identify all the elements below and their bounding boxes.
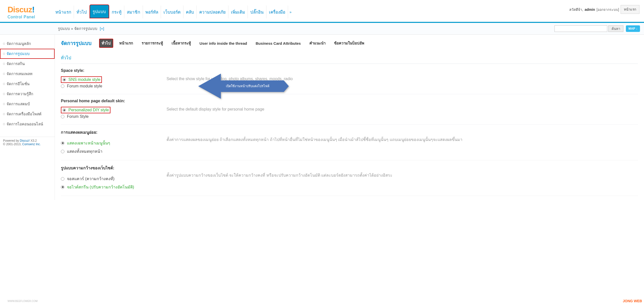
top-header: Discuz! Control Panel หน้าแรกทั่วไปรูปแบ… xyxy=(0,0,644,23)
radio-label: จอไวด์สกรีน (ปรับความกว้างอัตโนมัติ) xyxy=(67,184,134,190)
radio-option-2-0[interactable]: แสดงเฉพาะหน้าเมนูนั้นๆ xyxy=(61,139,167,147)
setting-description: Select the default display style for per… xyxy=(167,99,638,120)
radio-icon[interactable] xyxy=(61,84,64,88)
setting-label: Space style: xyxy=(61,68,167,73)
logo: Discuz! Control Panel xyxy=(3,3,53,22)
radio-option-0-1[interactable]: Forum module style xyxy=(61,83,167,89)
sidebar-item-2[interactable]: จัดการสกิน xyxy=(0,59,55,69)
radio-icon[interactable] xyxy=(62,108,66,112)
topnav-item-7[interactable]: คลับ xyxy=(183,6,197,18)
topnav-more-icon[interactable]: » xyxy=(288,7,293,17)
setting-block-0: Space style:SNS module styleForum module… xyxy=(61,64,638,94)
setting-label: รูปแบบความกว้างของเว็บไซต์: xyxy=(61,165,167,171)
radio-icon[interactable] xyxy=(61,177,64,181)
setting-block-3: รูปแบบความกว้างของเว็บไซต์:จอสแควร์ (ควา… xyxy=(61,160,638,196)
topnav-item-6[interactable]: เว็บบอร์ด xyxy=(161,6,183,18)
radio-label: Forum Style xyxy=(67,114,89,119)
setting-label: การแสดงผลเมนูย่อย: xyxy=(61,129,167,135)
radio-label: จอสแควร์ (ความกว้างคงที่) xyxy=(67,176,114,182)
topnav-item-11[interactable]: เครื่องมือ xyxy=(266,6,288,18)
sidebar-item-8[interactable]: จัดการไอคอนออนไลน์ xyxy=(0,119,55,129)
radio-icon[interactable] xyxy=(62,78,66,81)
setting-label: Personal home page default skin: xyxy=(61,99,167,103)
search-input[interactable] xyxy=(554,25,607,32)
search-button[interactable]: ค้นหา xyxy=(608,25,623,32)
user-area: สวัสดีจ้า, admin [ออกจากระบบ] หน้าแรก xyxy=(567,3,641,14)
logo-text: Discuz! xyxy=(8,5,53,14)
setting-description: ตั้งค่ารูปแบบความกว้างของเว็บไซต์ จะให้ค… xyxy=(167,165,638,191)
sidebar-item-7[interactable]: จัดการเครื่องมือโพสต์ xyxy=(0,109,55,119)
sidebar-item-5[interactable]: จัดการความรู้สึก xyxy=(0,89,55,99)
sidebar-item-0[interactable]: จัดการเมนูหลัก xyxy=(0,39,55,49)
radio-option-2-1[interactable]: แสดงทั้งหมดทุกหน้า xyxy=(61,147,167,156)
radio-icon[interactable] xyxy=(61,115,64,118)
radio-label: Forum module style xyxy=(67,84,102,88)
radio-label: แสดงทั้งหมดทุกหน้า xyxy=(67,148,102,155)
topnav-item-9[interactable]: เพิ่มเติม xyxy=(228,6,248,18)
radio-option-3-0[interactable]: จอสแควร์ (ความกว้างคงที่) xyxy=(61,175,167,183)
map-button[interactable]: MAP ↓ xyxy=(626,25,640,32)
username: admin xyxy=(585,8,595,12)
tab-4[interactable]: User info inside the thread xyxy=(197,40,250,47)
tab-bar: จัดการรูปแบบ ทั่วไปหน้าแรกรายการกระทู้เน… xyxy=(61,39,638,48)
frontpage-button[interactable]: หน้าแรก xyxy=(621,5,639,14)
page-title: จัดการรูปแบบ xyxy=(61,39,92,47)
sidebar-item-1[interactable]: จัดการรูปแบบ xyxy=(0,49,55,59)
tab-0[interactable]: ทั่วไป xyxy=(99,39,113,48)
sidebar: จัดการเมนูหลักจัดการรูปแบบจัดการสกินจัดก… xyxy=(0,35,55,200)
greeting: สวัสดีจ้า, xyxy=(569,7,583,12)
topnav-item-5[interactable]: พอร์ทัล xyxy=(143,6,161,18)
footer: Powered by Discuz! X3.2 © 2001-2013, Com… xyxy=(0,137,55,148)
breadcrumb-a[interactable]: รูปแบบ xyxy=(58,26,70,31)
topnav-item-4[interactable]: สมาชิก xyxy=(124,6,143,18)
topnav-item-10[interactable]: ปลั๊กอิน xyxy=(248,6,266,18)
topnav-item-0[interactable]: หน้าแรก xyxy=(53,6,74,18)
sidebar-item-3[interactable]: จัดการเทมเพลท xyxy=(0,69,55,79)
radio-icon[interactable] xyxy=(61,185,64,189)
radio-icon[interactable] xyxy=(61,150,64,153)
sidebar-item-6[interactable]: จัดการแสตมป์ xyxy=(0,99,55,109)
setting-block-1: Personal home page default skin:Personal… xyxy=(61,94,638,125)
setting-description: ตั้งค่าการแสดงผลของเมนูย่อย ถ้าเลือกแสดง… xyxy=(167,129,638,156)
section-heading: ทั่วไป xyxy=(61,50,638,64)
tab-5[interactable]: Business Card Attributes xyxy=(253,40,303,47)
radio-option-1-1[interactable]: Forum Style xyxy=(61,113,167,120)
radio-label: แสดงเฉพาะหน้าเมนูนั้นๆ xyxy=(67,140,110,146)
radio-icon[interactable] xyxy=(61,141,64,145)
topnav-item-2[interactable]: รูปแบบ xyxy=(90,5,109,18)
annotation-arrow: เปิดใช้งานหน้าปรับแต่งโปรไฟล์ xyxy=(198,72,289,101)
tab-2[interactable]: รายการกระทู้ xyxy=(139,39,166,48)
radio-option-1-0[interactable]: Personalized DIY style xyxy=(61,107,110,113)
tab-3[interactable]: เนื้อหากระทู้ xyxy=(169,39,193,48)
breadcrumb: รูปแบบ » จัดการรูปแบบ [+] xyxy=(58,26,554,32)
logout-link[interactable]: [ออกจากระบบ] xyxy=(596,7,619,12)
top-nav: หน้าแรกทั่วไปรูปแบบกระทู้สมาชิกพอร์ทัลเว… xyxy=(53,3,567,18)
breadcrumb-b[interactable]: จัดการรูปแบบ xyxy=(74,26,97,31)
breadcrumb-add-icon[interactable]: [+] xyxy=(100,26,104,31)
radio-option-3-1[interactable]: จอไวด์สกรีน (ปรับความกว้างอัตโนมัติ) xyxy=(61,183,167,191)
tab-7[interactable]: ข้อความในป็อปอัพ xyxy=(332,39,367,48)
setting-block-2: การแสดงผลเมนูย่อย:แสดงเฉพาะหน้าเมนูนั้นๆ… xyxy=(61,125,638,160)
radio-label: SNS module style xyxy=(68,77,100,82)
sub-bar: รูปแบบ » จัดการรูปแบบ [+] ค้นหา MAP ↓ xyxy=(0,23,644,35)
tab-1[interactable]: หน้าแรก xyxy=(117,39,136,48)
main-content: จัดการรูปแบบ ทั่วไปหน้าแรกรายการกระทู้เน… xyxy=(55,35,644,200)
topnav-item-8[interactable]: ความปลอดภัย xyxy=(197,6,228,18)
topnav-item-1[interactable]: ทั่วไป xyxy=(74,6,90,18)
radio-option-0-0[interactable]: SNS module style xyxy=(61,76,102,83)
topnav-item-3[interactable]: กระทู้ xyxy=(109,6,124,18)
footer-product-link[interactable]: Discuz! xyxy=(20,139,30,142)
sidebar-item-4[interactable]: จัดการอีโมชั่น xyxy=(0,79,55,89)
radio-label: Personalized DIY style xyxy=(68,108,109,112)
footer-company-link[interactable]: Comsenz Inc. xyxy=(22,142,41,146)
logo-subtitle: Control Panel xyxy=(8,15,53,19)
tab-6[interactable]: คำแนะนำ xyxy=(307,39,328,48)
annotation-text: เปิดใช้งานหน้าปรับแต่งโปรไฟล์ xyxy=(226,83,269,89)
